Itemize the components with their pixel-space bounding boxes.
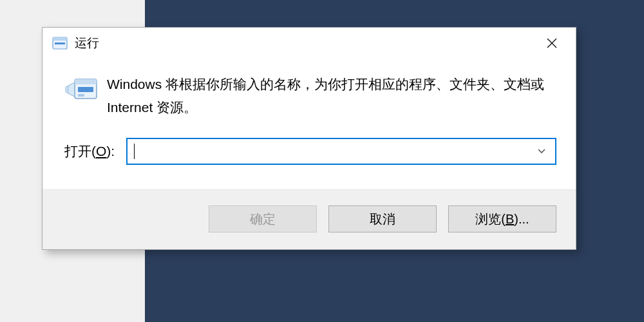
svg-rect-6 [75, 79, 97, 84]
description-row: Windows 将根据你所输入的名称，为你打开相应的程序、文件夹、文档或 Int… [62, 73, 556, 118]
dialog-body: Windows 将根据你所输入的名称，为你打开相应的程序、文件夹、文档或 Int… [43, 59, 576, 165]
dialog-title: 运行 [75, 35, 537, 52]
open-combobox[interactable] [126, 138, 556, 165]
browse-button[interactable]: 浏览(B)... [448, 205, 556, 232]
svg-rect-7 [78, 87, 93, 92]
cancel-button[interactable]: 取消 [328, 205, 437, 232]
run-dialog: 运行 Windows 将根据你所输入的名称，为你打开相应的程序、文件夹、文档或 … [42, 27, 576, 250]
chevron-down-icon[interactable] [535, 146, 549, 156]
svg-rect-1 [53, 37, 67, 41]
open-label: 打开(O): [62, 142, 126, 160]
close-button[interactable] [537, 32, 567, 54]
run-icon [62, 73, 107, 108]
open-input-row: 打开(O): [62, 138, 556, 165]
titlebar: 运行 [43, 28, 576, 59]
ok-button: 确定 [209, 205, 317, 232]
run-titlebar-icon [52, 35, 68, 52]
svg-rect-2 [55, 43, 65, 44]
button-row: 确定 取消 浏览(B)... [43, 189, 576, 249]
open-input[interactable] [135, 139, 535, 164]
svg-rect-8 [78, 94, 84, 97]
description-text: Windows 将根据你所输入的名称，为你打开相应的程序、文件夹、文档或 Int… [107, 73, 556, 118]
